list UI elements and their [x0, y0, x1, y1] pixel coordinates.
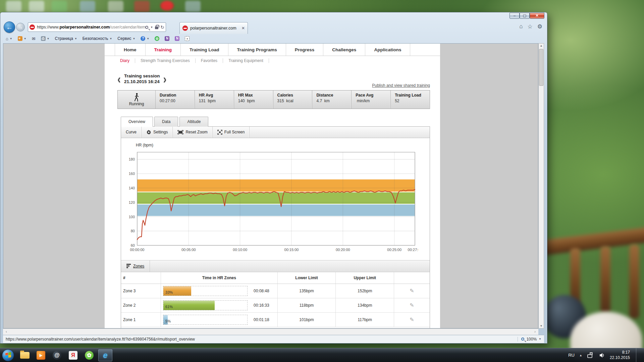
lock-icon	[155, 26, 158, 29]
desktop-icon[interactable]	[108, 1, 123, 12]
hr-chart-container[interactable]: HR (bpm) 608010012014016018000:00:0000:0…	[121, 138, 430, 258]
reset-zoom-button[interactable]: Reset Zoom	[173, 127, 212, 138]
network-icon[interactable]	[587, 352, 594, 358]
browser-tab[interactable]: polarpersonaltrainer.com ✕	[179, 22, 248, 34]
svg-text:00:05:00: 00:05:00	[181, 248, 196, 252]
subnav-strength-training[interactable]: Strength Training Exercises	[135, 58, 196, 63]
hr-curve-chart[interactable]: 608010012014016018000:00:0000:05:0000:10…	[123, 148, 418, 255]
tab-data[interactable]: Data	[154, 117, 178, 127]
scroll-down-arrow[interactable]: ▼	[539, 324, 544, 327]
sport-label: Running	[129, 102, 144, 106]
home-menu-button[interactable]: ⌂▼	[4, 35, 14, 42]
nav-home[interactable]: Home	[115, 44, 146, 56]
address-url[interactable]: https://www.polarpersonaltrainer.com/use…	[37, 25, 145, 29]
zone2-time: 00:16:33	[248, 303, 275, 308]
desktop-icon[interactable]	[52, 1, 67, 12]
taskbar-internet-explorer[interactable]: e	[98, 349, 112, 361]
tab-close-icon[interactable]: ✕	[241, 26, 245, 31]
nav-challenges[interactable]: Challenges	[323, 44, 365, 56]
search-icon[interactable]	[145, 26, 148, 29]
vertical-scrollbar[interactable]: ▲ ▼	[538, 43, 544, 328]
scroll-left-arrow[interactable]: ‹	[6, 329, 7, 334]
maximize-button[interactable]: ▢	[520, 13, 530, 19]
address-dropdown-icon[interactable]: ▼	[150, 26, 153, 29]
subnav-favorites[interactable]: Favorites	[196, 58, 223, 63]
help-button[interactable]: ?▼	[139, 35, 151, 42]
settings-button[interactable]: Settings	[142, 127, 173, 138]
service-menu[interactable]: Сервис▼	[115, 35, 137, 42]
page-menu[interactable]: Страница▼	[53, 35, 79, 42]
language-indicator[interactable]: RU	[568, 353, 575, 358]
edit-zone1-icon[interactable]: ✎	[410, 316, 414, 323]
desktop-icon-nero[interactable]	[160, 1, 174, 11]
taskbar-browser-dark[interactable]: @	[50, 349, 64, 361]
nav-progress[interactable]: Progress	[286, 44, 324, 56]
hidden-icons-arrow[interactable]: ▲	[579, 354, 582, 357]
svg-text:00:10:00: 00:10:00	[233, 248, 247, 252]
zones-bars-icon	[126, 264, 131, 268]
horizontal-scrollbar[interactable]: ‹ ›	[3, 328, 538, 335]
scroll-right-arrow[interactable]: ›	[534, 329, 536, 334]
edit-zone2-icon[interactable]: ✎	[410, 302, 414, 308]
desktop-icon[interactable]	[6, 1, 21, 12]
svg-text:60: 60	[131, 243, 135, 247]
col-lower-limit: Lower Limit	[277, 272, 336, 284]
taskbar-yandex[interactable]: Я	[66, 349, 80, 361]
photo-wood-baluster	[600, 246, 610, 313]
home-icon[interactable]: ⌂	[519, 23, 523, 30]
window-titlebar[interactable]: – ▢ ✕	[0, 12, 547, 21]
clock[interactable]: 8:17 22.10.2015	[610, 350, 630, 360]
command-bar: ⌂▼ ᯤ▼ ✉ ⎙▼ Страница▼ Безопасность▼ Серви…	[0, 34, 547, 43]
start-button[interactable]	[2, 349, 14, 361]
nav-training-programs[interactable]: Training Programs	[228, 44, 286, 56]
minimize-button[interactable]: –	[509, 13, 520, 19]
subnav-training-equipment[interactable]: Training Equipment	[223, 58, 269, 63]
security-menu[interactable]: Безопасность▼	[80, 35, 114, 42]
site-favicon	[30, 24, 35, 30]
vertical-scroll-thumb[interactable]	[539, 49, 543, 86]
taskbar-explorer[interactable]	[18, 349, 32, 361]
feeds-button[interactable]: ᯤ▼	[16, 35, 29, 42]
zones-button[interactable]: Zones	[121, 260, 150, 272]
addon-icon-notes2[interactable]: N	[173, 35, 181, 42]
svg-text:160: 160	[129, 172, 135, 176]
read-mail-button[interactable]: ✉	[30, 35, 38, 42]
stat-duration: Duration 00:27:00	[155, 90, 195, 109]
curve-button[interactable]: Curve	[121, 127, 142, 138]
tab-overview[interactable]: Overview	[121, 117, 153, 127]
edit-zone3-icon[interactable]: ✎	[410, 288, 414, 294]
taskbar-media-player[interactable]: ▸	[34, 349, 48, 361]
desktop-icon[interactable]	[29, 1, 44, 12]
addon-icon-green[interactable]: ◎	[153, 35, 161, 42]
next-session-button[interactable]: ›	[163, 73, 167, 85]
col-upper-limit: Upper Limit	[336, 272, 394, 284]
tab-altitude[interactable]: Altitude	[179, 117, 208, 127]
addon-icon-notes[interactable]: N	[163, 35, 171, 42]
zoom-dropdown-icon[interactable]: ▼	[539, 338, 541, 341]
desktop-icon[interactable]	[185, 1, 201, 12]
refresh-icon[interactable]: ↻	[160, 24, 164, 30]
desktop-icon[interactable]	[134, 1, 150, 12]
scroll-up-arrow[interactable]: ▲	[539, 44, 544, 47]
speaker-icon[interactable]	[599, 352, 605, 358]
address-bar[interactable]: https://www.polarpersonaltrainer.com/use…	[28, 22, 166, 32]
previous-session-button[interactable]: ‹	[117, 73, 121, 85]
desktop-icon[interactable]	[80, 1, 95, 12]
back-button[interactable]: ←	[4, 21, 15, 33]
print-button[interactable]: ⎙▼	[39, 35, 52, 42]
favorites-star-icon[interactable]: ☆	[528, 23, 533, 30]
show-desktop-button[interactable]	[636, 348, 639, 362]
publish-shared-training-link[interactable]: Publish and view shared training	[372, 83, 430, 88]
nav-training-load[interactable]: Training Load	[181, 44, 228, 56]
subnav-diary[interactable]: Diary	[117, 58, 135, 63]
full-screen-button[interactable]: Full Screen	[213, 127, 250, 138]
settings-gear-icon[interactable]: ⚙	[537, 23, 542, 30]
forward-button[interactable]: →	[16, 23, 25, 32]
addon-icon-snip[interactable]: ▪	[183, 35, 192, 42]
nav-applications[interactable]: Applications	[365, 44, 410, 56]
taskbar-messenger[interactable]: ✿	[82, 349, 96, 361]
zoom-control[interactable]: 100% ▼	[518, 337, 541, 342]
close-window-button[interactable]: ✕	[530, 13, 544, 19]
nav-training[interactable]: Training	[146, 44, 181, 56]
running-person-icon	[133, 93, 140, 102]
